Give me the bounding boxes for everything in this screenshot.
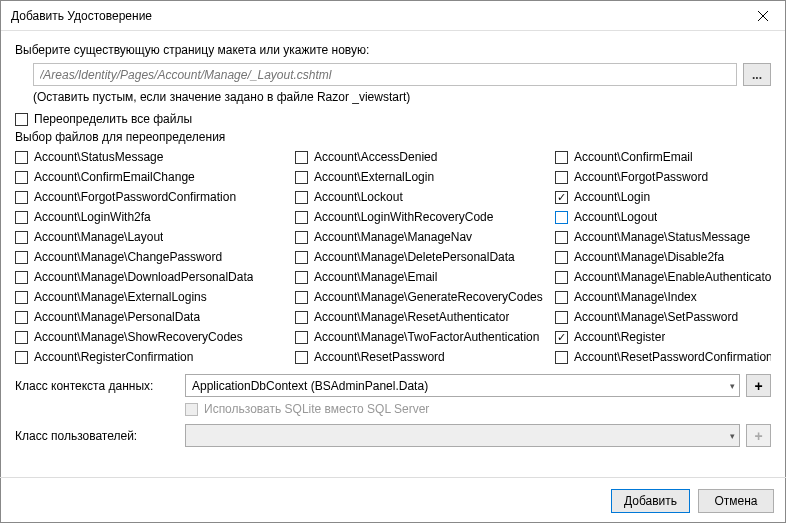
- file-item: Account\RegisterConfirmation: [15, 350, 295, 364]
- chevron-down-icon: ▾: [730, 381, 735, 391]
- file-label: Account\Manage\DownloadPersonalData: [34, 270, 253, 284]
- file-label: Account\Manage\ManageNav: [314, 230, 472, 244]
- file-checkbox[interactable]: [555, 211, 568, 224]
- file-item: Account\Lockout: [295, 190, 555, 204]
- file-item: Account\ConfirmEmailChange: [15, 170, 295, 184]
- files-grid: Account\StatusMessageAccount\AccessDenie…: [15, 150, 771, 364]
- file-item: Account\LoginWithRecoveryCode: [295, 210, 555, 224]
- file-checkbox[interactable]: [295, 331, 308, 344]
- file-item: Account\Logout: [555, 210, 771, 224]
- file-item: Account\Login: [555, 190, 771, 204]
- user-class-combo[interactable]: ▾: [185, 424, 740, 447]
- db-context-value: ApplicationDbContext (BSAdminPanel.Data): [192, 379, 428, 393]
- file-label: Account\Manage\SetPassword: [574, 310, 738, 324]
- file-label: Account\ForgotPassword: [574, 170, 708, 184]
- db-context-combo[interactable]: ApplicationDbContext (BSAdminPanel.Data)…: [185, 374, 740, 397]
- file-label: Account\Manage\Email: [314, 270, 437, 284]
- file-item: Account\Manage\ResetAuthenticator: [295, 310, 555, 324]
- close-icon: [758, 11, 768, 21]
- file-checkbox[interactable]: [15, 311, 28, 324]
- file-checkbox[interactable]: [295, 271, 308, 284]
- layout-path-input[interactable]: [33, 63, 737, 86]
- file-item: Account\Manage\Layout: [15, 230, 295, 244]
- file-label: Account\Manage\EnableAuthenticator: [574, 270, 771, 284]
- close-button[interactable]: [741, 1, 785, 31]
- file-checkbox[interactable]: [15, 171, 28, 184]
- file-checkbox[interactable]: [15, 271, 28, 284]
- file-checkbox[interactable]: [295, 151, 308, 164]
- file-checkbox[interactable]: [15, 351, 28, 364]
- file-item: Account\Manage\ShowRecoveryCodes: [15, 330, 295, 344]
- override-all-checkbox[interactable]: [15, 113, 28, 126]
- file-checkbox[interactable]: [15, 151, 28, 164]
- file-checkbox[interactable]: [15, 191, 28, 204]
- file-checkbox[interactable]: [15, 291, 28, 304]
- file-label: Account\Manage\ResetAuthenticator: [314, 310, 509, 324]
- file-label: Account\ResetPassword: [314, 350, 445, 364]
- chevron-down-icon: ▾: [730, 431, 735, 441]
- file-item: Account\ResetPassword: [295, 350, 555, 364]
- file-checkbox[interactable]: [295, 211, 308, 224]
- file-label: Account\Manage\ExternalLogins: [34, 290, 207, 304]
- file-item: Account\ForgotPassword: [555, 170, 771, 184]
- file-checkbox[interactable]: [295, 351, 308, 364]
- file-checkbox[interactable]: [15, 211, 28, 224]
- file-item: Account\Manage\StatusMessage: [555, 230, 771, 244]
- file-checkbox[interactable]: [15, 231, 28, 244]
- file-checkbox[interactable]: [555, 311, 568, 324]
- file-checkbox[interactable]: [555, 331, 568, 344]
- file-checkbox[interactable]: [295, 251, 308, 264]
- file-checkbox[interactable]: [295, 231, 308, 244]
- window-title: Добавить Удостоверение: [11, 9, 152, 23]
- file-label: Account\Logout: [574, 210, 657, 224]
- file-label: Account\ForgotPasswordConfirmation: [34, 190, 236, 204]
- file-checkbox[interactable]: [555, 191, 568, 204]
- browse-button[interactable]: ...: [743, 63, 771, 86]
- file-checkbox[interactable]: [555, 291, 568, 304]
- dialog-content: Выберите существующую страницу макета ил…: [1, 31, 785, 447]
- file-checkbox[interactable]: [295, 191, 308, 204]
- file-label: Account\Register: [574, 330, 665, 344]
- file-item: Account\Manage\PersonalData: [15, 310, 295, 324]
- file-label: Account\Login: [574, 190, 650, 204]
- file-item: Account\Manage\ChangePassword: [15, 250, 295, 264]
- titlebar: Добавить Удостоверение: [1, 1, 785, 31]
- file-label: Account\Manage\DeletePersonalData: [314, 250, 515, 264]
- file-checkbox[interactable]: [295, 311, 308, 324]
- file-item: Account\Manage\ManageNav: [295, 230, 555, 244]
- db-context-label: Класс контекста данных:: [15, 379, 185, 393]
- add-button[interactable]: Добавить: [611, 489, 690, 513]
- override-all-label: Переопределить все файлы: [34, 112, 192, 126]
- file-item: Account\Manage\DownloadPersonalData: [15, 270, 295, 284]
- file-label: Account\LoginWithRecoveryCode: [314, 210, 493, 224]
- file-checkbox[interactable]: [555, 271, 568, 284]
- file-item: Account\Manage\SetPassword: [555, 310, 771, 324]
- file-checkbox[interactable]: [555, 251, 568, 264]
- user-class-label: Класс пользователей:: [15, 429, 185, 443]
- file-checkbox[interactable]: [555, 151, 568, 164]
- file-checkbox[interactable]: [555, 171, 568, 184]
- file-checkbox[interactable]: [15, 251, 28, 264]
- file-item: Account\Manage\DeletePersonalData: [295, 250, 555, 264]
- file-label: Account\ConfirmEmail: [574, 150, 693, 164]
- file-checkbox[interactable]: [295, 291, 308, 304]
- file-label: Account\LoginWith2fa: [34, 210, 151, 224]
- file-item: Account\ConfirmEmail: [555, 150, 771, 164]
- cancel-button[interactable]: Отмена: [698, 489, 774, 513]
- file-item: Account\LoginWith2fa: [15, 210, 295, 224]
- file-label: Account\RegisterConfirmation: [34, 350, 193, 364]
- file-item: Account\Manage\EnableAuthenticator: [555, 270, 771, 284]
- file-item: Account\Manage\GenerateRecoveryCodes: [295, 290, 555, 304]
- file-checkbox[interactable]: [15, 331, 28, 344]
- file-checkbox[interactable]: [555, 351, 568, 364]
- file-item: Account\ResetPasswordConfirmation: [555, 350, 771, 364]
- file-label: Account\Manage\StatusMessage: [574, 230, 750, 244]
- file-label: Account\Manage\Index: [574, 290, 697, 304]
- file-checkbox[interactable]: [295, 171, 308, 184]
- file-label: Account\Manage\PersonalData: [34, 310, 200, 324]
- files-section-label: Выбор файлов для переопределения: [15, 130, 771, 144]
- file-checkbox[interactable]: [555, 231, 568, 244]
- add-db-context-button[interactable]: +: [746, 374, 771, 397]
- file-label: Account\Manage\ChangePassword: [34, 250, 222, 264]
- file-item: Account\Register: [555, 330, 771, 344]
